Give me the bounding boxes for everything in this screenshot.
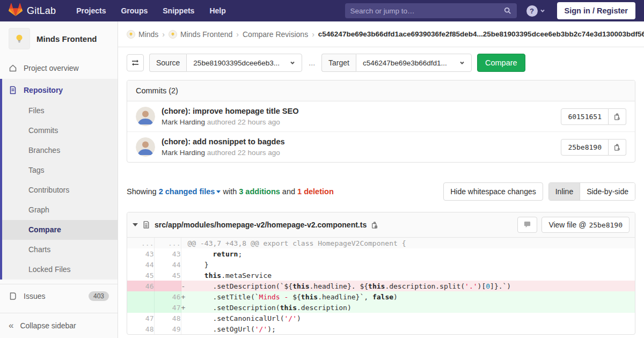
- breadcrumb: Minds › Minds Frontend › Compare Revisio…: [118, 21, 644, 47]
- diff-line: 47+ .setDescription(this.description): [127, 302, 635, 313]
- summary-mid: with: [221, 187, 239, 196]
- new-line-number[interactable]: 44: [154, 259, 181, 270]
- project-avatar-small: [169, 30, 177, 39]
- diff-code-cell: .setOgUrl('/');: [181, 324, 635, 334]
- brand-name: GitLab: [27, 5, 56, 17]
- old-line-number[interactable]: 47: [127, 313, 154, 324]
- diff-code-cell: + .setTitle(`Minds - ${this.headline}`, …: [181, 291, 635, 302]
- sign-in-button[interactable]: Sign in / Register: [557, 2, 635, 19]
- new-line-number[interactable]: 46: [154, 291, 181, 302]
- old-line-number[interactable]: ...: [127, 238, 154, 248]
- inline-view-button[interactable]: Inline: [549, 183, 580, 200]
- search-input[interactable]: [350, 7, 504, 15]
- commit-meta: authored 22 hours ago: [207, 149, 280, 157]
- project-avatar: [9, 28, 30, 49]
- copy-sha-button[interactable]: [609, 139, 626, 156]
- sidebar-subitem-charts[interactable]: Charts: [2, 240, 118, 260]
- breadcrumb-link-compare-revisions[interactable]: Compare Revisions: [243, 30, 308, 39]
- diff-line: 4545 this.metaService: [127, 270, 635, 281]
- hide-whitespace-button[interactable]: Hide whitespace changes: [443, 182, 543, 201]
- diff-line: ......@@ -43,7 +43,8 @@ export class Hom…: [127, 238, 635, 248]
- new-line-number[interactable]: 47: [154, 302, 181, 313]
- chevron-down-icon: [459, 60, 465, 65]
- breadcrumb-separator: ›: [236, 30, 239, 39]
- file-diff-panel: src/app/modules/homepage-v2/homepage-v2.…: [127, 212, 635, 335]
- sidebar-item-project-overview[interactable]: Project overview: [0, 57, 118, 79]
- search-box[interactable]: [345, 3, 517, 18]
- commit-author-link[interactable]: Mark Harding: [162, 118, 205, 126]
- diff-code-cell: @@ -43,7 +43,8 @@ export class HomepageV…: [181, 238, 635, 248]
- swap-revisions-button[interactable]: [127, 54, 144, 71]
- commit-title-link[interactable]: (chore): add nosnippet to bagdes: [162, 137, 561, 146]
- old-line-number[interactable]: [127, 291, 154, 302]
- nav-item-help[interactable]: Help: [203, 2, 232, 19]
- target-revision-dropdown[interactable]: c546247be69e3b66dfd1...: [356, 54, 472, 72]
- changed-files-dropdown[interactable]: 2 changed files: [159, 187, 215, 196]
- gitlab-logo[interactable]: GitLab: [9, 3, 56, 18]
- nav-item-snippets[interactable]: Snippets: [156, 2, 201, 19]
- new-line-number[interactable]: [154, 281, 181, 291]
- commits-panel: Commits (2) (chore): improve homepage ti…: [127, 80, 635, 163]
- deletions-count: 1 deletion: [297, 187, 334, 196]
- target-input-group: Target c546247be69e3b66dfd1...: [321, 54, 472, 72]
- sidebar-subitem-branches[interactable]: Branches: [2, 141, 118, 160]
- old-line-number[interactable]: 45: [127, 270, 154, 281]
- sidebar-subitem-contributors[interactable]: Contributors: [2, 180, 118, 200]
- nav-item-projects[interactable]: Projects: [70, 2, 112, 19]
- new-line-number[interactable]: ...: [154, 238, 181, 248]
- sidebar-subitem-locked-files[interactable]: Locked Files: [2, 260, 118, 280]
- diff-table: ......@@ -43,7 +43,8 @@ export class Hom…: [127, 238, 635, 334]
- new-line-number[interactable]: 45: [154, 270, 181, 281]
- source-revision-dropdown[interactable]: 25be81903395dcee6eb3...: [186, 54, 302, 72]
- issues-icon: [9, 292, 17, 300]
- sidebar-subitem-files[interactable]: Files: [2, 101, 118, 121]
- old-line-number[interactable]: 44: [127, 259, 154, 270]
- breadcrumb-link-minds-frontend[interactable]: Minds Frontend: [169, 30, 232, 39]
- sidebar-item-issues[interactable]: Issues 403: [0, 284, 118, 308]
- collapse-sidebar-button[interactable]: « Collapse sidebar: [0, 313, 118, 338]
- commit-meta: authored 22 hours ago: [207, 118, 280, 126]
- sidebar-subitem-tags[interactable]: Tags: [2, 160, 118, 180]
- sidebar-item-repository[interactable]: Repository: [2, 79, 118, 101]
- view-file-button[interactable]: View file @ 25be8190: [541, 217, 630, 233]
- copy-sha-button[interactable]: [609, 108, 626, 125]
- old-line-number[interactable]: 46: [127, 281, 154, 291]
- diff-code-cell: return;: [181, 248, 635, 259]
- collapse-icon: «: [9, 320, 13, 331]
- home-icon: [9, 64, 17, 72]
- copy-path-icon[interactable]: [371, 221, 378, 229]
- target-label: Target: [321, 54, 356, 72]
- top-navbar: GitLab Projects Groups Snippets Help ? S…: [0, 0, 644, 21]
- sidebar-item-label: Issues: [24, 292, 45, 300]
- project-header[interactable]: Minds Frontend: [0, 21, 118, 57]
- compare-button[interactable]: Compare: [477, 54, 525, 72]
- old-line-number[interactable]: 48: [127, 324, 154, 334]
- sidebar-subitem-compare[interactable]: Compare: [2, 220, 118, 240]
- old-line-number[interactable]: [127, 302, 154, 313]
- new-line-number[interactable]: 43: [154, 248, 181, 259]
- commit-sha-button[interactable]: 25be8190: [561, 139, 609, 156]
- search-icon: [504, 7, 511, 14]
- new-line-number[interactable]: 48: [154, 313, 181, 324]
- avatar: [136, 107, 155, 126]
- diff-line: 4444 }: [127, 259, 635, 270]
- chevron-down-icon: [290, 60, 295, 65]
- file-comment-button[interactable]: [517, 217, 537, 233]
- old-line-number[interactable]: 43: [127, 248, 154, 259]
- collapse-file-caret[interactable]: [133, 223, 138, 226]
- commit-author-link[interactable]: Mark Harding: [162, 149, 205, 157]
- commit-list: (chore): improve homepage title SEOMark …: [127, 101, 635, 162]
- nav-item-groups[interactable]: Groups: [114, 2, 154, 19]
- commit-row: (chore): improve homepage title SEOMark …: [127, 101, 635, 131]
- commit-sha-button[interactable]: 60151651: [561, 108, 609, 125]
- file-path-link[interactable]: src/app/modules/homepage-v2/homepage-v2.…: [155, 221, 367, 229]
- sidebar-subitem-graph[interactable]: Graph: [2, 200, 118, 220]
- commit-title-link[interactable]: (chore): improve homepage title SEO: [162, 107, 561, 115]
- commit-row: (chore): add nosnippet to bagdesMark Har…: [127, 131, 635, 162]
- sidebar-subitem-commits[interactable]: Commits: [2, 121, 118, 141]
- breadcrumb-link-minds[interactable]: Minds: [127, 30, 158, 39]
- side-by-side-view-button[interactable]: Side-by-side: [580, 183, 635, 200]
- new-line-number[interactable]: 49: [154, 324, 181, 334]
- help-menu[interactable]: ?: [526, 5, 545, 17]
- diff-line: 46- .setDescription(`${this.headline}. $…: [127, 281, 635, 291]
